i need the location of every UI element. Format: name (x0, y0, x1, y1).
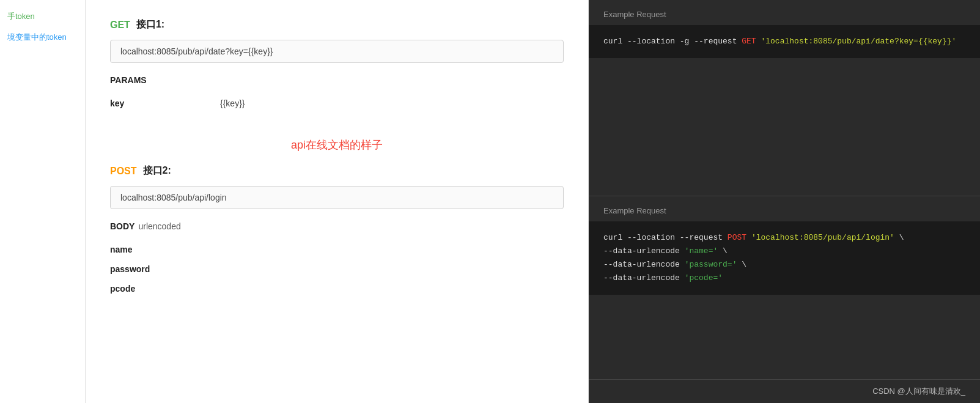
api1-title: 接口1: (136, 18, 164, 31)
api1-url: localhost:8085/pub/api/date?key={{key}} (110, 40, 564, 63)
api1-section: GET 接口1: localhost:8085/pub/api/date?key… (110, 18, 564, 113)
example2-code: curl --location --request POST 'localhos… (589, 221, 980, 295)
example1-label: Example Request (589, 0, 980, 25)
api1-param-value: {{key}} (220, 98, 245, 108)
bottom-text: CSDN @人间有味是清欢_ (872, 386, 965, 396)
center-annotation: api在线文档的样子 (110, 138, 564, 152)
api2-param-name: name (110, 240, 564, 259)
api2-param-pcode: pcode (110, 279, 564, 298)
api2-body-label: BODYurlencoded (110, 221, 564, 231)
api2-method-line: POST 接口2: (110, 165, 564, 177)
example2-label: Example Request (589, 196, 980, 221)
sidebar-item-token[interactable]: 手token (0, 6, 85, 27)
spacer1 (589, 183, 980, 196)
example1-code: curl --location -g --request GET 'localh… (589, 25, 980, 58)
api2-title: 接口2: (143, 165, 171, 177)
api1-param-key: key (110, 98, 220, 108)
example2-section: Example Request curl --location --reques… (589, 196, 980, 380)
api2-param-pcode-key: pcode (110, 284, 220, 294)
sidebar-item-env-token[interactable]: 境变量中的token (0, 27, 85, 48)
api2-param-password-key: password (110, 264, 220, 274)
api1-method-badge: GET (110, 20, 130, 31)
code2-line2: --data-urlencode 'name=' \ (603, 245, 965, 258)
api2-param-password: password (110, 259, 564, 279)
api1-param-row: key {{key}} (110, 94, 564, 113)
api1-params-label: PARAMS (110, 75, 564, 85)
bottom-bar: CSDN @人间有味是清欢_ (589, 379, 980, 403)
main-content: GET 接口1: localhost:8085/pub/api/date?key… (86, 0, 589, 403)
code1-prefix: curl --location -g --request (603, 37, 742, 46)
code1-method: GET (742, 37, 756, 46)
api1-method-line: GET 接口1: (110, 18, 564, 31)
api2-section: POST 接口2: localhost:8085/pub/api/login B… (110, 165, 564, 298)
code1-url: 'localhost:8085/pub/api/date?key={{key}}… (761, 37, 956, 46)
right-panel: Example Request curl --location -g --req… (589, 0, 980, 403)
example1-section: Example Request curl --location -g --req… (589, 0, 980, 183)
api2-url: localhost:8085/pub/api/login (110, 186, 564, 209)
sidebar: 手token 境变量中的token (0, 0, 86, 403)
api2-method-badge: POST (110, 166, 137, 177)
code2-line4: --data-urlencode 'pcode=' (603, 272, 965, 285)
code2-line1: curl --location --request POST 'localhos… (603, 231, 965, 245)
code2-line3: --data-urlencode 'password=' \ (603, 258, 965, 272)
api2-param-name-key: name (110, 245, 220, 254)
